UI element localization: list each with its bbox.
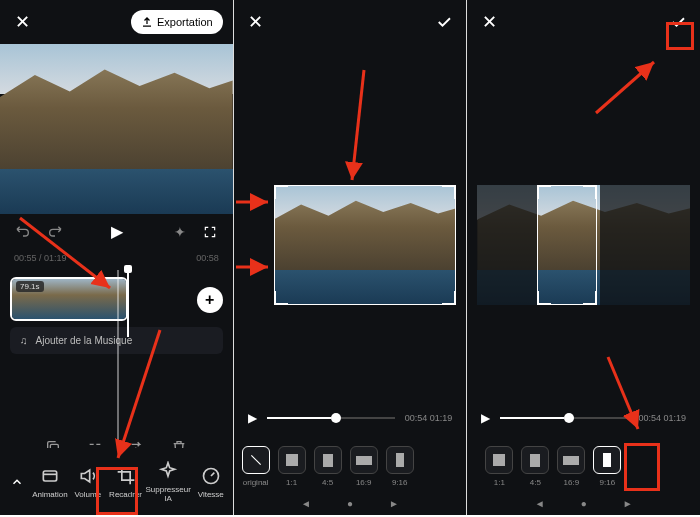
music-icon: ♫ — [20, 335, 28, 346]
seek-time: 00:54 01:19 — [638, 413, 686, 423]
seek-track[interactable] — [267, 417, 395, 419]
close-button[interactable]: ✕ — [477, 11, 501, 33]
expand-toolbar-button[interactable] — [4, 475, 30, 489]
crop-area[interactable] — [477, 185, 690, 305]
video-preview[interactable] — [0, 44, 233, 214]
confirm-button[interactable] — [666, 10, 690, 34]
ratio-4-5[interactable]: 4:5 — [521, 446, 549, 487]
arrow-crop-down — [344, 70, 374, 190]
panel-crop-confirm: ✕ ▶ 00:54 01:19 1:1 4:5 16:9 9:16 ◄●► — [467, 0, 700, 515]
ratio-4-5[interactable]: 4:5 — [314, 446, 342, 487]
upload-icon — [141, 16, 153, 28]
ratio-1-1[interactable]: 1:1 — [278, 446, 306, 487]
crop-frame[interactable] — [274, 185, 457, 305]
export-button[interactable]: Exportation — [131, 10, 223, 34]
undo-icon[interactable] — [14, 223, 32, 241]
time-end: 00:58 — [196, 253, 219, 263]
animation-button[interactable]: Animation — [32, 461, 68, 503]
arrow-crop-left — [236, 195, 276, 209]
crop-frame[interactable] — [537, 185, 597, 305]
volume-button[interactable]: Volume — [70, 461, 106, 503]
add-clip-button[interactable]: + — [197, 287, 223, 313]
panel-crop: ✕ ▶ 00:54 01:19 original 1:1 4:5 16:9 9:… — [234, 0, 467, 515]
aspect-ratio-bar: original 1:1 4:5 16:9 9:16 — [242, 446, 459, 487]
close-button[interactable]: ✕ — [244, 11, 268, 33]
arrow-crop-left2 — [236, 260, 276, 274]
aspect-ratio-bar: 1:1 4:5 16:9 9:16 — [485, 446, 692, 487]
svg-line-7 — [352, 70, 364, 180]
crop-area[interactable] — [274, 185, 457, 305]
speed-button[interactable]: Vitesse — [193, 461, 229, 503]
svg-line-8 — [596, 62, 654, 113]
fullscreen-icon[interactable] — [201, 223, 219, 241]
seek-bar: ▶ 00:54 01:19 — [248, 411, 453, 425]
clip-duration: 79.1s — [16, 281, 44, 292]
ratio-9-16[interactable]: 9:16 — [593, 446, 621, 487]
time-current: 00:55 / 01:19 — [14, 253, 67, 263]
seek-bar: ▶ 00:54 01:19 — [481, 411, 686, 425]
panel-edit: ✕ Exportation ▶ ✦ 00:55 / 01:19 00:58 79… — [0, 0, 233, 515]
ruler-line — [117, 270, 119, 450]
arrow-to-ratio — [608, 357, 658, 437]
ratio-free[interactable]: original — [242, 446, 270, 487]
arrow-to-confirm — [596, 58, 666, 118]
playhead[interactable] — [127, 267, 129, 337]
ratio-16-9[interactable]: 16:9 — [557, 446, 585, 487]
ai-suppressor-button[interactable]: Suppresseur IA — [145, 456, 190, 507]
confirm-button[interactable] — [432, 10, 456, 34]
ratio-1-1[interactable]: 1:1 — [485, 446, 513, 487]
stepper-dots: ◄●► — [467, 498, 700, 509]
seek-time: 00:54 01:19 — [405, 413, 453, 423]
ratio-9-16[interactable]: 9:16 — [386, 446, 414, 487]
ratio-16-9[interactable]: 16:9 — [350, 446, 378, 487]
crop-button[interactable]: Recadrer — [108, 461, 144, 503]
main-toolbar: Animation Volume Recadrer Suppresseur IA… — [0, 448, 233, 515]
redo-icon[interactable] — [46, 223, 64, 241]
sparkle-icon[interactable]: ✦ — [171, 223, 189, 241]
stepper-dots: ◄●► — [234, 498, 467, 509]
close-button[interactable]: ✕ — [10, 11, 34, 33]
play-button[interactable]: ▶ — [248, 411, 257, 425]
export-label: Exportation — [157, 16, 213, 28]
play-button[interactable]: ▶ — [481, 411, 490, 425]
play-button[interactable]: ▶ — [111, 222, 123, 241]
svg-rect-1 — [43, 471, 56, 481]
video-clip[interactable]: 79.1s — [10, 277, 128, 321]
seek-track[interactable] — [500, 417, 628, 419]
